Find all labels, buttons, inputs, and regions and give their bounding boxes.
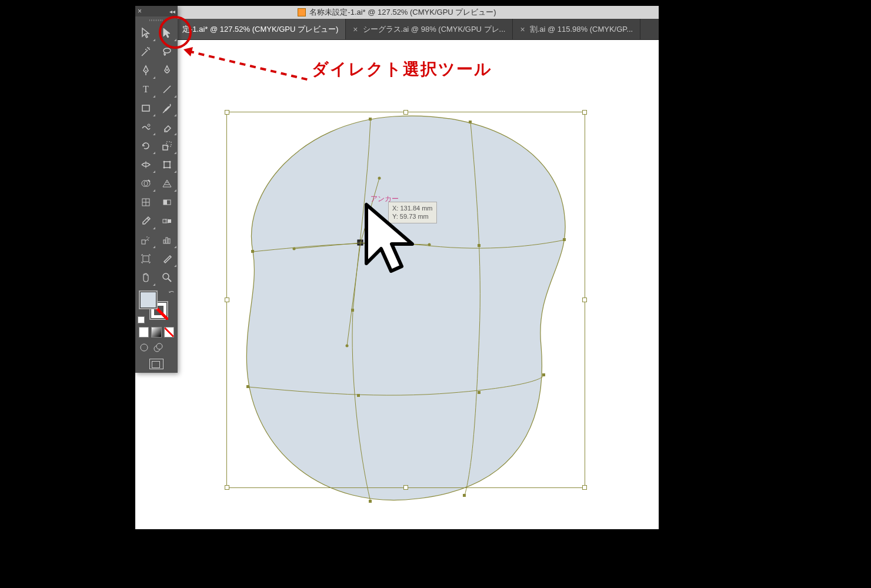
svg-text:T: T <box>143 84 149 94</box>
curvature-tool[interactable] <box>156 61 178 80</box>
draw-behind-icon[interactable] <box>153 342 163 353</box>
svg-point-30 <box>163 273 169 279</box>
draw-normal-icon[interactable] <box>139 342 149 353</box>
direct-selection-tool[interactable] <box>156 24 178 42</box>
slice-tool[interactable] <box>156 249 178 268</box>
svg-point-2 <box>166 69 168 71</box>
line-tool[interactable] <box>156 80 178 99</box>
selection-bounding-box[interactable] <box>226 112 585 488</box>
rotate-tool[interactable] <box>135 136 156 155</box>
tab-close-icon[interactable]: × <box>353 25 358 34</box>
panel-grip[interactable] <box>135 16 178 24</box>
svg-line-31 <box>168 279 171 282</box>
type-tool[interactable]: T <box>135 80 156 99</box>
screen-mode-section[interactable] <box>135 355 178 373</box>
svg-point-14 <box>169 167 171 169</box>
draw-mode-row <box>135 340 178 355</box>
document-tabs: 定-1.ai* @ 127.52% (CMYK/GPU プレビュー) × シーグ… <box>135 19 659 40</box>
swap-fill-stroke-icon[interactable]: ⤺ <box>169 288 174 296</box>
tab-label: シーグラス.ai @ 98% (CMYK/GPU プレ... <box>363 24 506 35</box>
symbol-sprayer-tool[interactable] <box>135 230 156 249</box>
canvas[interactable]: アンカー X: 131.84 mm Y: 59.73 mm <box>135 40 659 529</box>
mesh-tool[interactable] <box>135 193 156 212</box>
panel-close-icon[interactable]: × <box>138 7 142 15</box>
color-mode-none[interactable] <box>164 327 174 338</box>
bbox-handle-e[interactable] <box>582 298 587 302</box>
shaper-tool[interactable] <box>135 118 156 136</box>
color-mode-gradient[interactable] <box>151 327 161 338</box>
bbox-handle-se[interactable] <box>582 485 587 490</box>
fill-stroke-section: ⤺ <box>135 287 178 325</box>
tab-close-icon[interactable]: × <box>520 25 525 34</box>
svg-rect-23 <box>168 219 171 223</box>
color-mode-solid[interactable] <box>139 327 149 338</box>
svg-rect-45 <box>369 500 372 503</box>
pen-tool[interactable] <box>135 61 156 80</box>
svg-point-1 <box>145 70 146 71</box>
svg-rect-26 <box>163 240 165 243</box>
paintbrush-tool[interactable] <box>156 99 178 118</box>
document-window: 名称未設定-1.ai* @ 127.52% (CMYK/GPU プレビュー) 定… <box>135 6 659 529</box>
svg-rect-5 <box>142 105 149 111</box>
svg-point-13 <box>163 167 165 169</box>
tab-document-2[interactable]: × シーグラス.ai @ 98% (CMYK/GPU プレ... <box>346 19 513 39</box>
color-mode-row <box>135 325 178 340</box>
svg-rect-28 <box>168 239 170 243</box>
svg-point-12 <box>169 161 171 163</box>
magic-wand-tool[interactable] <box>135 42 156 61</box>
gradient-tool[interactable] <box>156 193 178 212</box>
eyedropper-tool[interactable] <box>135 212 156 230</box>
fill-swatch[interactable] <box>139 290 158 309</box>
perspective-grid-tool[interactable] <box>156 174 178 193</box>
svg-point-6 <box>148 124 150 126</box>
screen-mode-icon[interactable] <box>149 359 163 369</box>
svg-rect-27 <box>166 238 168 243</box>
bbox-handle-s[interactable] <box>403 485 408 490</box>
width-tool[interactable] <box>135 155 156 174</box>
document-icon <box>298 8 306 16</box>
panel-header: × ◂◂ <box>135 6 178 16</box>
svg-rect-10 <box>164 162 170 168</box>
tab-label: 割.ai @ 115.98% (CMYK/GP... <box>530 24 633 35</box>
panel-collapse-icon[interactable]: ◂◂ <box>169 8 175 15</box>
bbox-handle-sw[interactable] <box>225 485 229 490</box>
svg-line-4 <box>163 86 171 93</box>
bbox-handle-n[interactable] <box>403 110 408 115</box>
bbox-handle-w[interactable] <box>225 298 229 302</box>
cursor-illustration <box>361 202 425 278</box>
default-fill-stroke-icon[interactable] <box>138 316 145 323</box>
rectangle-tool[interactable] <box>135 99 156 118</box>
hand-tool[interactable] <box>135 268 156 287</box>
svg-point-32 <box>141 344 148 351</box>
svg-rect-29 <box>143 256 149 262</box>
svg-point-34 <box>156 343 162 349</box>
shape-builder-tool[interactable] <box>135 174 156 193</box>
eraser-tool[interactable] <box>156 118 178 136</box>
tab-document-3[interactable]: × 割.ai @ 115.98% (CMYK/GP... <box>513 19 640 39</box>
blend-tool[interactable] <box>156 212 178 230</box>
svg-rect-46 <box>463 494 466 497</box>
svg-point-0 <box>163 48 171 53</box>
window-title: 名称未設定-1.ai* @ 127.52% (CMYK/GPU プレビュー) <box>309 7 496 18</box>
svg-rect-21 <box>163 200 167 205</box>
title-bar: 名称未設定-1.ai* @ 127.52% (CMYK/GPU プレビュー) <box>135 6 659 19</box>
svg-rect-22 <box>163 219 166 223</box>
bbox-handle-ne[interactable] <box>582 110 587 115</box>
lasso-tool[interactable] <box>156 42 178 61</box>
tool-grid: T <box>135 24 178 287</box>
free-transform-tool[interactable] <box>156 155 178 174</box>
bbox-handle-nw[interactable] <box>225 110 229 115</box>
artboard-tool[interactable] <box>135 249 156 268</box>
svg-rect-8 <box>166 142 171 146</box>
zoom-tool[interactable] <box>156 268 178 287</box>
svg-rect-25 <box>142 240 145 244</box>
tools-panel: × ◂◂ T <box>135 6 178 373</box>
scale-tool[interactable] <box>156 136 178 155</box>
selection-tool[interactable] <box>135 24 156 42</box>
tab-label: 定-1.ai* @ 127.52% (CMYK/GPU プレビュー) <box>182 24 338 35</box>
svg-rect-7 <box>163 145 168 150</box>
column-graph-tool[interactable] <box>156 230 178 249</box>
svg-point-11 <box>163 161 165 163</box>
